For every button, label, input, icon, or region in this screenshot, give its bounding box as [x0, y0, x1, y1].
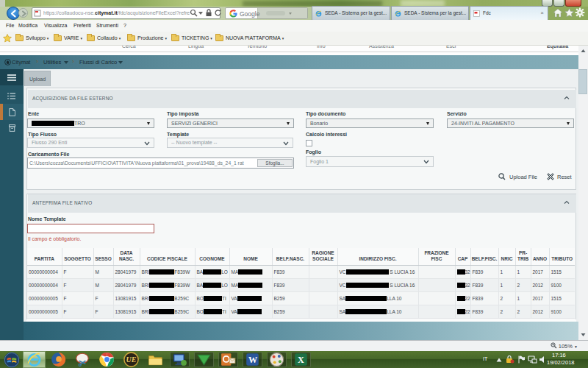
svg-text:X: X — [298, 355, 304, 365]
svg-text:UE: UE — [126, 355, 137, 364]
svg-text:W: W — [248, 355, 257, 365]
